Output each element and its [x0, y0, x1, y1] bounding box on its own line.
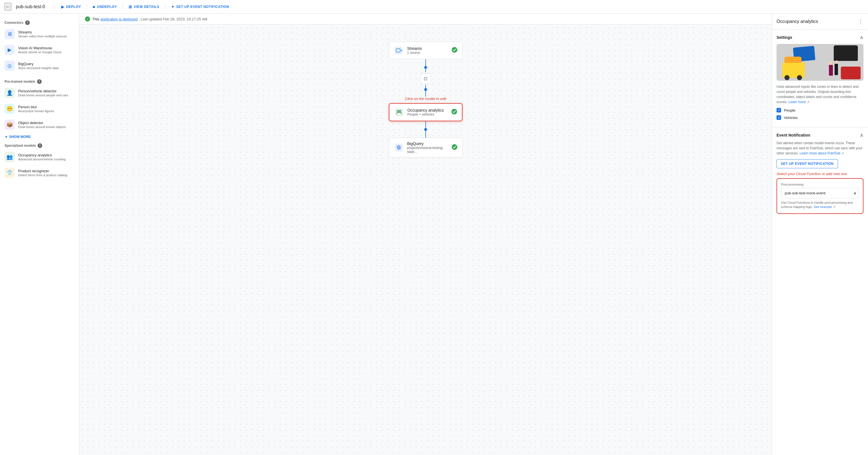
car-red-illustration	[841, 67, 861, 79]
vision-ai-title: Vision AI Warehouse	[18, 46, 61, 50]
bigquery-node-icon	[394, 143, 404, 153]
line-4	[425, 91, 426, 97]
undeploy-icon: ■	[93, 4, 95, 9]
status-message: This application is deployed . Last upda…	[92, 17, 207, 21]
object-detector-icon: 📦	[4, 120, 15, 130]
view-details-icon: ⊞	[129, 4, 132, 9]
settings-collapse-btn[interactable]: ∧	[860, 34, 864, 40]
analytics-preview-image	[777, 44, 864, 81]
setup-event-notification-button[interactable]: SET UP EVENT NOTIFICATION	[777, 159, 838, 168]
post-processing-select[interactable]: pub-sub-test-mock-event	[781, 188, 859, 198]
settings-label: Settings	[777, 35, 792, 40]
view-details-button[interactable]: ⊞ VIEW DETAILS	[125, 3, 163, 11]
learn-more-pubsub-link[interactable]: Learn more about Pub/Sub	[800, 151, 840, 155]
connector-2	[424, 121, 427, 138]
analytics-description: Uses advanced inputs like zones or lines…	[777, 84, 864, 104]
streams-sub: Stream video from multiple sources	[18, 35, 67, 38]
application-link[interactable]: application is deployed	[100, 17, 137, 21]
occupancy-node-icon	[394, 107, 404, 117]
cloud-function-hint: Select your Cloud Function or add new on…	[777, 172, 864, 176]
occupancy-flow-node[interactable]: Occupancy analytics People + vehicles	[389, 103, 462, 121]
svg-point-3	[452, 47, 457, 53]
deploy-icon: ▶	[61, 4, 65, 9]
notification-icon-top: ✦	[171, 4, 175, 9]
person-2-illustration	[829, 65, 833, 75]
vehicles-check-mark: ✓	[778, 116, 780, 120]
post-processing-label: Post-processing	[781, 183, 859, 186]
settings-section-header: Settings ∧	[777, 34, 864, 40]
post-processing-box: Post-processing pub-sub-test-mock-event …	[777, 178, 864, 214]
right-panel-header: Occupancy analytics ⋮	[772, 13, 868, 30]
svg-rect-8	[395, 144, 403, 152]
person-blur-title: Person blur	[18, 105, 54, 109]
line-2	[425, 69, 426, 72]
line-5	[425, 121, 426, 128]
right-panel: Occupancy analytics ⋮ Settings ∧	[772, 13, 868, 455]
object-detector-sub: Draw boxes around known objects	[18, 125, 66, 129]
object-detector-title: Object detector	[18, 121, 66, 125]
occupancy-title: Occupancy analytics	[18, 153, 66, 157]
show-more-button[interactable]: ▼ SHOW MORE	[0, 132, 79, 141]
bigquery-title: BigQuery	[18, 62, 59, 66]
undeploy-button[interactable]: ■ UNDEPLOY	[89, 3, 120, 11]
event-notification-title: Event Notification	[777, 133, 810, 138]
car-black-illustration	[834, 45, 858, 61]
see-example-link[interactable]: See example	[814, 205, 832, 209]
product-recognizer-title: Product recognizer	[18, 169, 67, 173]
example-external-link-icon: ↗	[833, 205, 835, 209]
bigquery-node-check	[452, 144, 458, 152]
vehicles-checkbox[interactable]: ✓	[777, 115, 781, 120]
cloud-function-text: Use Cloud Functions to handle post-proce…	[781, 201, 859, 209]
bigquery-flow-node[interactable]: BigQuery projects/visional-testing-stabl…	[389, 138, 462, 157]
svg-rect-4	[395, 108, 403, 116]
person-blur-icon: 😶	[4, 104, 15, 114]
app-title: pub-sub-test-0	[16, 4, 45, 9]
back-button[interactable]: ←	[4, 3, 11, 10]
people-check-mark: ✓	[778, 109, 780, 112]
person-vehicle-icon: 👤	[4, 88, 15, 98]
bigquery-sub: Store structured insights data	[18, 66, 59, 70]
sidebar-item-product-recognizer[interactable]: 👕 Product recognizer Detect items from a…	[0, 165, 79, 181]
occupancy-sub: Advanced person/vehicle counting	[18, 157, 66, 161]
line-6	[425, 131, 426, 138]
right-panel-title: Occupancy analytics	[777, 19, 818, 24]
sidebar-item-person-vehicle[interactable]: 👤 Person/vehicle detector Draw boxes aro…	[0, 85, 79, 101]
right-panel-menu-icon[interactable]: ⋮	[858, 18, 864, 25]
occupancy-node-sub: People + vehicles	[407, 113, 444, 116]
click-hint: Click on the model to edit	[405, 97, 446, 101]
status-bar: ✓ This application is deployed . Last up…	[79, 13, 772, 25]
deployed-status-icon: ✓	[85, 17, 90, 22]
event-collapse-btn[interactable]: ∧	[860, 132, 864, 138]
streams-title: Streams	[18, 30, 67, 34]
divider-4	[165, 4, 165, 10]
sidebar-item-vision-ai[interactable]: ▶ Vision AI Warehouse Assets stored on G…	[0, 42, 79, 58]
sidebar-item-occupancy[interactable]: 👥 Occupancy analytics Advanced person/ve…	[0, 149, 79, 165]
dot-2	[424, 88, 427, 91]
streams-node-check	[452, 47, 458, 54]
show-more-chevron: ▼	[4, 135, 8, 139]
person-vehicle-sub: Draw boxes around people and cars	[18, 93, 68, 97]
learn-more-link[interactable]: Learn more	[788, 100, 806, 104]
person-blur-sub: Anonymize human figures	[18, 109, 54, 113]
vehicles-checkbox-row: ✓ Vehicles	[777, 115, 864, 120]
person-1-illustration	[835, 64, 838, 75]
vision-ai-icon: ▶	[4, 45, 15, 55]
setup-notification-button-top[interactable]: ✦ SET UP EVENT NOTIFICATION	[168, 3, 232, 11]
sidebar-item-streams[interactable]: 🖥 Streams Stream video from multiple sou…	[0, 26, 79, 42]
topbar: ← pub-sub-test-0 ▶ DEPLOY ■ UNDEPLOY ⊞ V…	[0, 0, 868, 13]
deploy-button[interactable]: ▶ DEPLOY	[58, 3, 84, 11]
pre-trained-help-icon[interactable]: ?	[37, 79, 42, 84]
specialized-help-icon[interactable]: ?	[38, 143, 42, 148]
connectors-help-icon[interactable]: ?	[25, 21, 30, 25]
sidebar-item-object-detector[interactable]: 📦 Object detector Draw boxes around know…	[0, 117, 79, 132]
sidebar-item-person-blur[interactable]: 😶 Person blur Anonymize human figures	[0, 101, 79, 117]
streams-flow-node[interactable]: Streams 1 source	[389, 42, 462, 59]
car-yellow-illustration	[782, 62, 805, 78]
svg-point-7	[452, 109, 457, 115]
sidebar-item-bigquery[interactable]: ◎ BigQuery Store structured insights dat…	[0, 58, 79, 74]
event-section-header: Event Notification ∧	[777, 132, 864, 138]
people-checkbox[interactable]: ✓	[777, 108, 781, 113]
specialized-section-label: Specialized models ?	[0, 141, 79, 149]
settings-section: Settings ∧ Uses advanced inputs like zon…	[772, 30, 868, 127]
occupancy-sidebar-icon: 👥	[4, 152, 15, 162]
